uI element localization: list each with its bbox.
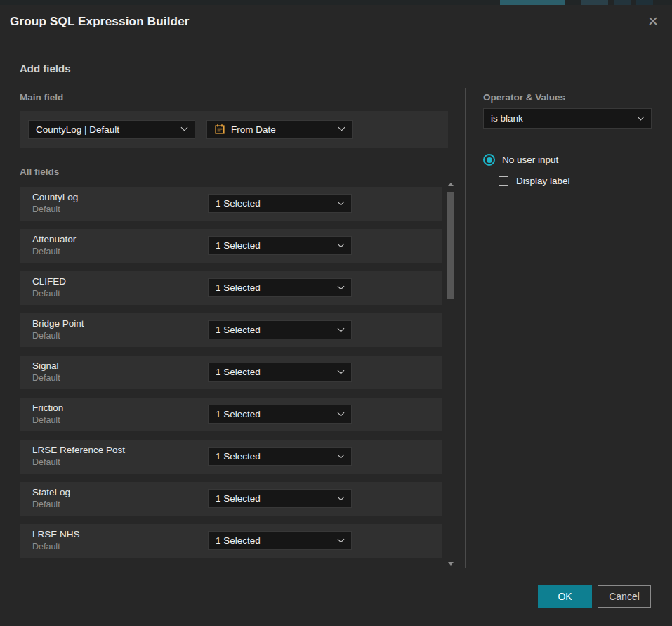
field-row-lrse-nhs: LRSE NHS Default 1 Selected <box>20 524 442 558</box>
chevron-down-icon <box>338 282 345 289</box>
calendar-icon <box>214 124 225 135</box>
layer-select-value: CountyLog | Default <box>36 124 119 135</box>
field-row-clifed: CLIFED Default 1 Selected <box>20 271 442 305</box>
scrollbar-down-arrow-icon[interactable] <box>448 562 454 566</box>
background-toolbar-fragment <box>581 0 608 5</box>
chevron-down-icon <box>338 535 345 542</box>
field-row-countylog: CountyLog Default 1 Selected <box>20 187 442 221</box>
main-field-select-value: From Date <box>231 124 276 135</box>
close-icon: ✕ <box>647 13 659 30</box>
display-label-checkbox-row[interactable]: Display label <box>499 176 570 186</box>
radio-selected-icon <box>483 154 495 166</box>
background-toolbar-fragment <box>636 0 653 5</box>
selected-count: 1 Selected <box>216 451 261 462</box>
field-selected-dropdown[interactable]: 1 Selected <box>208 489 352 508</box>
cancel-button[interactable]: Cancel <box>598 585 651 608</box>
selected-count: 1 Selected <box>216 367 261 377</box>
field-row-attenuator: Attenuator Default 1 Selected <box>20 229 442 263</box>
chevron-down-icon <box>338 240 345 247</box>
field-selected-dropdown[interactable]: 1 Selected <box>208 531 352 550</box>
all-fields-list: CountyLog Default 1 Selected Attenuator … <box>20 187 442 566</box>
field-selected-dropdown[interactable]: 1 Selected <box>208 363 352 382</box>
main-field-select[interactable]: From Date <box>206 120 353 139</box>
scrollbar-up-arrow-icon[interactable] <box>448 183 454 186</box>
field-selected-dropdown[interactable]: 1 Selected <box>208 320 352 339</box>
selected-count: 1 Selected <box>216 493 261 504</box>
background-live-view-fragment <box>500 0 565 5</box>
chevron-down-icon <box>338 124 345 131</box>
selected-count: 1 Selected <box>216 535 261 546</box>
all-fields-label: All fields <box>20 167 59 177</box>
chevron-down-icon <box>338 451 345 458</box>
selected-count: 1 Selected <box>216 198 261 209</box>
field-selected-dropdown[interactable]: 1 Selected <box>208 447 352 466</box>
field-row-bridge-point: Bridge Point Default 1 Selected <box>20 313 442 347</box>
selected-count: 1 Selected <box>216 240 261 251</box>
scrollbar[interactable] <box>447 183 455 566</box>
chevron-down-icon <box>181 124 188 131</box>
field-selected-dropdown[interactable]: 1 Selected <box>208 405 352 424</box>
field-row-friction: Friction Default 1 Selected <box>20 398 442 431</box>
ok-button[interactable]: OK <box>538 585 592 608</box>
operator-select-value: is blank <box>491 113 523 124</box>
close-button[interactable]: ✕ <box>641 9 665 33</box>
selected-count: 1 Selected <box>216 325 261 335</box>
chevron-down-icon <box>338 325 345 332</box>
field-selected-dropdown[interactable]: 1 Selected <box>208 194 352 213</box>
chevron-down-icon <box>338 198 345 205</box>
panel-divider <box>465 88 466 568</box>
operator-values-label: Operator & Values <box>483 92 565 103</box>
field-selected-dropdown[interactable]: 1 Selected <box>208 236 352 255</box>
chevron-down-icon <box>338 493 345 500</box>
field-row-lrse-reference-post: LRSE Reference Post Default 1 Selected <box>20 440 442 474</box>
no-user-input-label: No user input <box>502 155 558 165</box>
field-row-statelog: StateLog Default 1 Selected <box>20 482 442 516</box>
dialog-title: Group SQL Expression Builder <box>10 15 190 29</box>
scrollbar-thumb[interactable] <box>447 192 454 299</box>
dialog-titlebar: Group SQL Expression Builder ✕ <box>0 5 672 39</box>
main-field-container: CountyLog | Default From Date <box>20 111 448 148</box>
chevron-down-icon <box>338 367 345 374</box>
chevron-down-icon <box>638 113 645 120</box>
background-toolbar-fragment <box>614 0 631 5</box>
display-label-text: Display label <box>516 176 570 186</box>
field-selected-dropdown[interactable]: 1 Selected <box>208 278 352 297</box>
field-row-signal: Signal Default 1 Selected <box>20 356 442 389</box>
group-sql-expression-builder-dialog: Group SQL Expression Builder ✕ Add field… <box>0 5 672 626</box>
background-app-edge <box>0 0 672 5</box>
main-field-label: Main field <box>20 92 63 103</box>
selected-count: 1 Selected <box>216 282 261 293</box>
operator-select[interactable]: is blank <box>483 108 652 129</box>
chevron-down-icon <box>338 409 345 416</box>
layer-select[interactable]: CountyLog | Default <box>28 120 195 139</box>
add-fields-heading: Add fields <box>20 63 71 74</box>
selected-count: 1 Selected <box>216 409 261 419</box>
no-user-input-radio[interactable]: No user input <box>483 154 558 166</box>
radio-dot <box>487 157 492 163</box>
checkbox-unchecked-icon[interactable] <box>499 176 508 186</box>
